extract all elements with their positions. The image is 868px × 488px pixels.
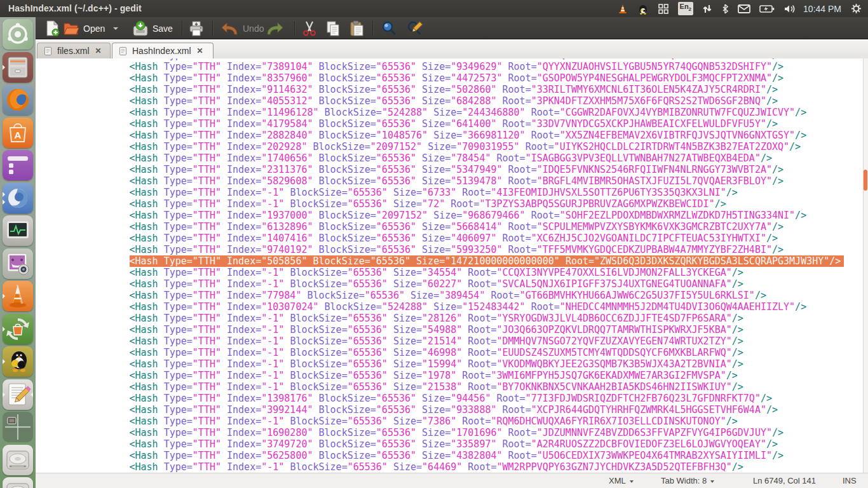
focused-pip <box>31 392 33 397</box>
network-arrows-icon[interactable] <box>698 0 717 17</box>
workspace-grid-icon[interactable] <box>653 0 674 17</box>
save-label: Save <box>153 24 173 34</box>
code-line[interactable]: <Hash Type="TTH" Index="-1" BlockSize="6… <box>37 358 844 370</box>
code-line[interactable]: <Hash Type="TTH" Index="202928" BlockSiz… <box>37 141 844 152</box>
code-line[interactable]: <Hash Type="TTH" Index="-1" BlockSize="6… <box>37 278 844 290</box>
code-line[interactable]: <Hash Type="TTH" Index="-1" BlockSize="6… <box>37 324 844 336</box>
code-line[interactable]: <Hash Type="TTH" Index="-1" BlockSize="6… <box>37 313 844 324</box>
ubuntu-dash[interactable] <box>3 19 33 50</box>
paste-button[interactable] <box>349 19 365 37</box>
code-line[interactable]: <Hash Type="TTH" Index="1407416" BlockSi… <box>37 233 844 244</box>
status-bar: XML Tab Width: 8 Ln 6749, Col 141 INS <box>36 473 868 488</box>
vlc-cone-icon[interactable] <box>613 0 633 17</box>
penguin-game[interactable] <box>3 346 33 377</box>
firefox[interactable] <box>3 85 33 115</box>
new-document-button[interactable] <box>44 19 60 37</box>
redo-button[interactable] <box>266 19 285 37</box>
gedit[interactable] <box>3 379 33 410</box>
mail-envelope-icon[interactable] <box>733 0 755 17</box>
tab-close-icon[interactable]: ✕ <box>94 46 103 55</box>
tab-width-selector[interactable]: Tab Width: 8 <box>661 476 714 485</box>
clock[interactable]: 10:44 PM <box>801 4 846 14</box>
code-line[interactable]: <Hash Type="TTH" Index="2882840" BlockSi… <box>37 130 844 141</box>
cheese-webcam[interactable] <box>3 248 33 279</box>
software-updater[interactable] <box>3 314 33 344</box>
code-line[interactable]: <Hash Type="TTH" Index="77984" BlockSize… <box>37 290 844 301</box>
code-line[interactable]: <Hash Type="TTH" Index="-1" BlockSize="6… <box>37 198 844 210</box>
tab-label: HashIndex.xml <box>132 46 191 56</box>
window-title: HashIndex.xml (~/.dc++) - gedit <box>8 3 142 13</box>
code-line[interactable]: <Hash Type="TTH" Index="5829608" BlockSi… <box>37 175 844 187</box>
open-button[interactable]: Open <box>63 19 105 37</box>
code-line[interactable]: <Hash Type="TTH" Index="1690280" BlockSi… <box>37 427 844 438</box>
running-pip <box>3 192 5 197</box>
code-line[interactable]: <Hash Type="TTH" Index="-1" BlockSize="6… <box>37 267 844 278</box>
penguin-app-icon[interactable] <box>633 0 653 17</box>
language-selector[interactable]: XML <box>609 476 634 485</box>
print-button[interactable] <box>188 19 205 37</box>
hard-disk-2[interactable] <box>3 477 33 488</box>
system-monitor[interactable] <box>3 215 33 246</box>
keyboard-layout-indicator[interactable]: En2 <box>674 0 698 17</box>
code-line[interactable]: <Hash Type="TTH" Index="1398176" BlockSi… <box>37 393 844 404</box>
code-line[interactable]: <Hash Type="TTH" Index="1740656" BlockSi… <box>37 152 844 164</box>
code-line[interactable]: <Hash Type="TTH" Index="-1" BlockSize="6… <box>37 347 844 358</box>
scrollbar[interactable] <box>863 58 868 473</box>
insert-mode: INS <box>843 476 857 485</box>
hard-disk[interactable] <box>3 445 33 475</box>
media-app[interactable] <box>3 150 33 180</box>
code-line[interactable]: <Hash Type="TTH" Index="4055312" BlockSi… <box>37 95 844 107</box>
code-line[interactable]: <Hash Type="TTH" Index="4179584" BlockSi… <box>37 118 844 130</box>
scrollbar-thumb[interactable] <box>864 170 867 191</box>
code-line[interactable]: <Hash Type="TTH" Index="5625800" BlockSi… <box>37 450 844 461</box>
code-line[interactable]: <Hash Type="TTH" Index="1937000" BlockSi… <box>37 210 844 221</box>
code-line[interactable]: <Hash Type="TTH" Index="8357960" BlockSi… <box>37 72 844 84</box>
find-button[interactable] <box>381 19 397 37</box>
code-line[interactable]: <Hash Type="TTH" Index="3749720" BlockSi… <box>37 438 844 450</box>
running-pip <box>3 294 5 299</box>
save-button[interactable]: Save <box>132 19 173 37</box>
session-gear-icon[interactable] <box>846 0 868 17</box>
volume-icon[interactable] <box>779 0 801 17</box>
code-line-highlighted[interactable]: <Hash Type="TTH" Index="505856" BlockSiz… <box>37 255 844 267</box>
code-line[interactable]: <Hash Type="TTH" Index="-1" BlockSize="6… <box>37 336 844 347</box>
chromium[interactable] <box>3 183 33 214</box>
code-line[interactable]: <Hash Type="TTH" Index="11496128" BlockS… <box>37 107 844 118</box>
find-replace-button[interactable] <box>406 19 424 37</box>
code-line[interactable]: <Hash Type="TTH" Index="-1" BlockSize="6… <box>37 461 844 473</box>
running-pip <box>3 392 5 397</box>
code-line[interactable]: <Hash Type="TTH" Index="2311376" BlockSi… <box>37 164 844 175</box>
copy-button[interactable] <box>325 19 341 37</box>
code-line[interactable]: <Hash Type="TTH" Index="-1" BlockSize="6… <box>37 381 844 393</box>
desktop: HashIndex.xml (~/.dc++) - gedit En2 <box>0 0 868 488</box>
running-pip <box>3 200 5 205</box>
tab-files-xml[interactable]: files.xml ✕ <box>37 43 111 58</box>
panel-indicators: En2 10:44 PM <box>613 0 868 17</box>
tab-hashindex-xml[interactable]: HashIndex.xml ✕ <box>112 43 214 58</box>
running-pip <box>3 65 5 70</box>
running-pip <box>3 327 5 332</box>
code-line[interactable]: <Hash Type="TTH" Index="7389104" BlockSi… <box>37 61 844 72</box>
svg-text:A: A <box>15 130 22 140</box>
bluetooth-icon[interactable] <box>717 0 733 17</box>
open-label: Open <box>83 24 105 34</box>
code-line[interactable]: <Hash Type="TTH" Index="-1" BlockSize="6… <box>37 370 844 381</box>
cursor-position: Ln 6749, Col 141 <box>753 476 816 485</box>
code-line[interactable]: <Hash Type="TTH" Index="9740192" BlockSi… <box>37 244 844 255</box>
vlc[interactable] <box>3 281 33 311</box>
code-line[interactable]: <Hash Type="TTH" Index="-1" BlockSize="6… <box>37 187 844 198</box>
code-line[interactable]: <Hash Type="TTH" Index="6132896" BlockSi… <box>37 221 844 233</box>
editor-text-area[interactable]: <Hash Type="TTH" Index="7116664" BlockSi… <box>36 58 863 473</box>
files[interactable] <box>3 52 33 83</box>
battery-icon[interactable] <box>755 0 779 17</box>
code-line[interactable]: <Hash Type="TTH" Index="9114632" BlockSi… <box>37 84 844 95</box>
tab-close-icon[interactable]: ✕ <box>196 46 205 55</box>
code-line[interactable]: <Hash Type="TTH" Index="-1" BlockSize="6… <box>37 416 844 427</box>
undo-button[interactable]: Undo <box>220 19 264 37</box>
software-center[interactable]: A <box>3 118 33 148</box>
code-line[interactable]: <Hash Type="TTH" Index="10307024" BlockS… <box>37 301 844 313</box>
cut-button[interactable] <box>302 19 317 37</box>
code-line[interactable]: <Hash Type="TTH" Index="3992144" BlockSi… <box>37 404 844 416</box>
open-dropdown[interactable] <box>113 19 118 37</box>
workspace-switcher[interactable] <box>3 412 33 442</box>
